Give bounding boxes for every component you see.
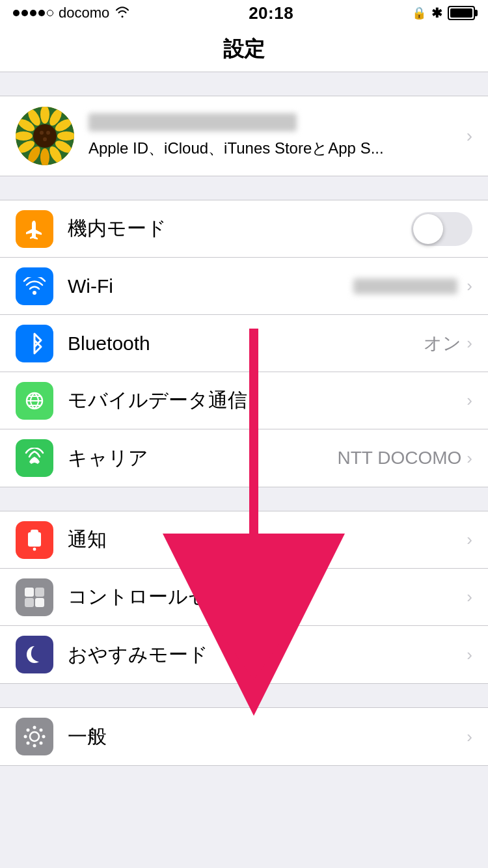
svg-point-32 <box>40 729 43 732</box>
bluetooth-row[interactable]: Bluetooth オン › <box>0 315 488 372</box>
mobile-data-row[interactable]: モバイルデータ通信 › <box>0 372 488 429</box>
profile-subtitle: Apple ID、iCloud、iTunes StoreとApp S... <box>88 138 467 159</box>
svg-rect-19 <box>28 532 41 547</box>
general-row[interactable]: 一般 › <box>0 708 488 765</box>
general-label: 一般 <box>68 724 467 750</box>
gap-2 <box>0 176 488 200</box>
general-right: › <box>467 727 472 747</box>
notifications-icon <box>16 521 53 559</box>
battery-fill <box>450 8 472 18</box>
control-center-right: › <box>467 587 472 607</box>
signal-dot-1 <box>13 10 20 16</box>
svg-point-28 <box>33 744 36 748</box>
profile-info: Apple ID、iCloud、iTunes StoreとApp S... <box>88 113 467 159</box>
bluetooth-icon <box>16 325 53 362</box>
notifications-chevron-icon: › <box>467 530 472 550</box>
bluetooth-chevron-icon: › <box>467 333 472 353</box>
notifications-label: 通知 <box>68 526 467 553</box>
carrier-value: NTT DOCOMO <box>338 448 462 468</box>
signal-dot-3 <box>30 10 36 16</box>
svg-rect-23 <box>35 588 44 597</box>
control-center-chevron-icon: › <box>467 587 472 607</box>
bluetooth-right: オン › <box>424 331 472 356</box>
mobile-data-right: › <box>467 390 472 411</box>
carrier-chevron-icon: › <box>467 448 472 468</box>
do-not-disturb-label: おやすみモード <box>68 642 467 668</box>
bluetooth-status-icon: ✱ <box>431 5 442 21</box>
lock-icon: 🔒 <box>412 6 426 20</box>
profile-row[interactable]: Apple ID、iCloud、iTunes StoreとApp S... › <box>0 96 488 176</box>
signal-dots <box>13 10 53 16</box>
svg-rect-22 <box>25 588 34 597</box>
svg-point-16 <box>43 137 47 141</box>
signal-dot-2 <box>21 10 28 16</box>
do-not-disturb-right: › <box>467 645 472 665</box>
svg-point-29 <box>24 735 27 739</box>
mobile-data-label: モバイルデータ通信 <box>68 387 467 414</box>
status-left: docomo <box>13 5 130 21</box>
page-title-bar: 設定 <box>0 26 488 72</box>
svg-rect-25 <box>35 598 44 607</box>
status-bar: docomo 20:18 🔒 ✱ <box>0 0 488 26</box>
control-center-icon <box>16 578 53 616</box>
general-section: 一般 › <box>0 707 488 766</box>
svg-point-34 <box>40 742 43 745</box>
svg-point-31 <box>27 729 30 732</box>
do-not-disturb-row[interactable]: おやすみモード › <box>0 626 488 683</box>
svg-point-13 <box>33 124 57 148</box>
wifi-icon <box>16 267 53 305</box>
profile-chevron-icon: › <box>467 126 472 146</box>
carrier-label: docomo <box>59 5 109 21</box>
wifi-status-icon <box>115 5 130 21</box>
general-chevron-icon: › <box>467 727 472 747</box>
mobile-data-chevron-icon: › <box>467 390 472 411</box>
carrier-icon <box>16 439 53 477</box>
svg-point-27 <box>33 726 36 729</box>
airplane-icon <box>16 210 53 248</box>
svg-point-20 <box>33 547 36 551</box>
svg-point-33 <box>27 742 30 745</box>
page-title: 設定 <box>0 35 488 64</box>
carrier-row[interactable]: キャリア NTT DOCOMO › <box>0 429 488 487</box>
general-icon <box>16 718 53 755</box>
wifi-right: › <box>353 276 472 296</box>
avatar <box>16 107 74 165</box>
signal-dot-4 <box>38 10 45 16</box>
bluetooth-value: オン <box>424 331 461 356</box>
signal-dot-5 <box>47 10 53 16</box>
network-section: 機内モード Wi-Fi › Bluetooth オン <box>0 200 488 487</box>
airplane-toggle-knob <box>413 214 443 244</box>
svg-point-26 <box>30 732 39 741</box>
carrier-right: NTT DOCOMO › <box>338 448 472 468</box>
status-right: 🔒 ✱ <box>412 5 475 21</box>
battery-indicator <box>448 6 475 20</box>
wifi-chevron-icon: › <box>467 276 472 296</box>
gap-3 <box>0 487 488 511</box>
gap-4 <box>0 684 488 707</box>
svg-rect-21 <box>31 530 38 534</box>
svg-rect-24 <box>25 598 34 607</box>
wifi-row[interactable]: Wi-Fi › <box>0 258 488 315</box>
svg-point-14 <box>40 131 44 135</box>
carrier-label: キャリア <box>68 445 338 472</box>
bluetooth-label: Bluetooth <box>68 332 424 355</box>
do-not-disturb-chevron-icon: › <box>467 645 472 665</box>
do-not-disturb-icon <box>16 636 53 673</box>
svg-point-15 <box>46 131 50 135</box>
airplane-row[interactable]: 機内モード <box>0 200 488 258</box>
mobile-data-icon <box>16 382 53 420</box>
control-center-label: コントロールセンター <box>68 584 467 610</box>
system-section: 通知 › コントロールセンター › おやすみモード › <box>0 511 488 684</box>
status-time: 20:18 <box>249 3 293 23</box>
control-center-row[interactable]: コントロールセンター › <box>0 569 488 626</box>
svg-point-30 <box>42 735 46 739</box>
svg-point-17 <box>33 291 36 295</box>
airplane-label: 機内モード <box>68 215 411 242</box>
notifications-right: › <box>467 530 472 550</box>
wifi-label: Wi-Fi <box>68 275 353 297</box>
notifications-row[interactable]: 通知 › <box>0 511 488 569</box>
wifi-value-blurred <box>353 278 457 294</box>
airplane-toggle[interactable] <box>411 212 472 246</box>
gap-1 <box>0 72 488 96</box>
profile-name-blurred <box>88 113 297 131</box>
